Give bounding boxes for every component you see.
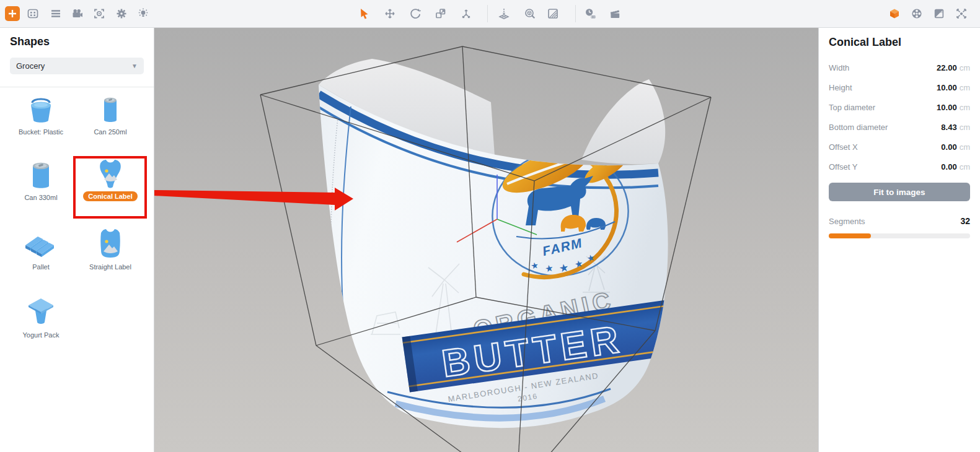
property-label: Height [829, 83, 852, 92]
bucket-icon [24, 93, 58, 126]
backdrop-panel-button[interactable] [933, 7, 945, 20]
divider [0, 87, 154, 87]
plus-icon [8, 9, 17, 18]
property-value[interactable]: 10.00 [937, 103, 957, 112]
shape-item-label: Can 330ml [10, 194, 72, 201]
can-icon [93, 93, 128, 126]
property-value[interactable]: 22.00 [937, 63, 957, 72]
chevron-down-icon: ▼ [131, 63, 138, 69]
viewport-3d[interactable]: FARM ★ ★ ★ ★ ★ ORGANIC BUTTER MARLBOROUG… [154, 27, 818, 452]
move-tool-button[interactable] [384, 7, 396, 20]
property-unit: cm [960, 142, 970, 152]
shape-item-straight-label[interactable]: Straight Label [79, 228, 141, 271]
spread-tool-button[interactable] [460, 7, 472, 20]
property-unit: cm [960, 123, 970, 132]
segments-slider-fill [829, 233, 871, 238]
materials-panel-button[interactable] [911, 7, 923, 20]
shape-item-pallet[interactable]: Pallet [10, 228, 72, 271]
pallet-icon [22, 228, 60, 261]
inspector-panel: Conical Label Width 22.00 cm Height 10.0… [818, 27, 980, 452]
shape-item-label: Yogurt Pack [10, 331, 72, 339]
camera-button[interactable] [71, 7, 84, 20]
property-unit: cm [960, 103, 970, 112]
property-unit: cm [960, 63, 970, 72]
fit-view-button[interactable] [955, 7, 968, 20]
light-bulb-button[interactable] [137, 7, 149, 20]
property-unit: cm [960, 162, 970, 172]
shape-item-label: Bucket: Plastic [10, 128, 72, 136]
property-row-width[interactable]: Width 22.00 cm [829, 58, 970, 77]
shape-item-label: Straight Label [79, 263, 141, 271]
settings-gear-button[interactable] [115, 7, 128, 20]
snapshot-button[interactable] [93, 7, 105, 20]
property-row-bottom-diameter[interactable]: Bottom diameter 8.43 cm [829, 117, 970, 137]
property-value[interactable]: 10.00 [937, 83, 957, 92]
sidebar-title: Shapes [10, 35, 50, 48]
property-row-top-diameter[interactable]: Top diameter 10.00 cm [829, 97, 970, 117]
shape-item-bucket-plastic[interactable]: Bucket: Plastic [10, 93, 72, 136]
property-label: Top diameter [829, 103, 875, 112]
select-tool-button[interactable] [358, 7, 371, 20]
zoom-to-fit-button[interactable] [524, 7, 536, 20]
property-label: Width [829, 63, 849, 72]
top-toolbar [0, 0, 980, 28]
property-value[interactable]: 0.00 [941, 162, 956, 172]
property-value[interactable]: 0.00 [941, 142, 956, 152]
property-unit: cm [960, 83, 970, 92]
category-dropdown-value: Grocery [16, 61, 45, 71]
shape-item-can-330ml[interactable]: Can 330ml [10, 159, 72, 201]
segments-value: 32 [960, 216, 970, 226]
shape-item-label: Can 250ml [79, 128, 141, 136]
render-clock-button[interactable] [584, 7, 596, 20]
property-row-height[interactable]: Height 10.00 cm [829, 77, 970, 97]
yogurt-pack-icon [24, 296, 58, 329]
window-grid-button[interactable] [27, 7, 39, 20]
menu-button[interactable] [50, 7, 62, 20]
add-shape-button[interactable] [5, 6, 20, 21]
category-dropdown[interactable]: Grocery ▼ [10, 58, 144, 74]
straight-label-icon [93, 228, 128, 261]
property-label: Offset X [829, 142, 858, 152]
drop-to-floor-button[interactable] [498, 7, 510, 20]
animation-clapper-button[interactable] [609, 7, 621, 20]
property-row-offset-y[interactable]: Offset Y 0.00 cm [829, 157, 970, 176]
toolbar-separator [487, 5, 488, 22]
shapes-sidebar: Shapes Grocery ▼ Bucket: Plastic Can 250… [0, 27, 154, 452]
segments-slider[interactable] [829, 233, 970, 238]
shape-item-yogurt-pack[interactable]: Yogurt Pack [10, 296, 72, 339]
property-label: Bottom diameter [829, 123, 888, 132]
shape-item-label: Pallet [10, 263, 72, 271]
rotate-tool-button[interactable] [409, 7, 422, 20]
fit-to-images-button[interactable]: Fit to images [829, 183, 970, 201]
segments-label: Segments [829, 217, 865, 226]
property-label: Offset Y [829, 162, 858, 172]
property-row-offset-x[interactable]: Offset X 0.00 cm [829, 137, 970, 157]
scale-tool-button[interactable] [435, 7, 447, 20]
gradient-filter-button[interactable] [547, 7, 559, 20]
viewport-canvas: FARM ★ ★ ★ ★ ★ ORGANIC BUTTER MARLBOROUG… [154, 27, 818, 452]
inspector-title: Conical Label [829, 36, 970, 49]
shape-item-can-250ml[interactable]: Can 250ml [79, 93, 141, 136]
shapes-panel-button[interactable] [888, 7, 901, 20]
toolbar-separator [575, 5, 576, 22]
can-icon [24, 159, 58, 192]
selection-highlight-box [73, 156, 147, 219]
property-value[interactable]: 8.43 [941, 123, 956, 132]
